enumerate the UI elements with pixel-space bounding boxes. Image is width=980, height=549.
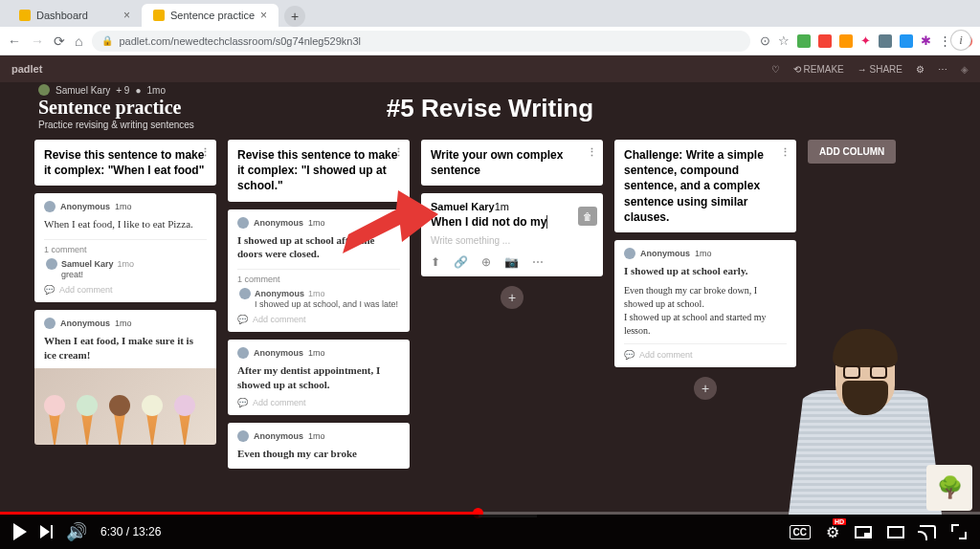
comments-count[interactable]: 1 comment bbox=[237, 269, 400, 284]
more-icon[interactable]: ⋯ bbox=[938, 64, 947, 75]
link-icon[interactable]: 🔗 bbox=[454, 255, 468, 269]
author-name: Anonymous bbox=[254, 218, 303, 228]
post-card[interactable]: Anonymous1mo Even though my car broke bbox=[228, 423, 410, 469]
add-post-button[interactable]: + bbox=[501, 286, 523, 309]
menu-icon[interactable]: ⊙ bbox=[760, 33, 770, 48]
share-button[interactable]: → SHARE bbox=[858, 64, 902, 75]
board-title-area: Samuel Kary + 9 ● 1mo Sentence practice … bbox=[0, 82, 980, 136]
post-composer[interactable]: Samuel Kary1m 🗑 When I did not do my Wri… bbox=[421, 193, 603, 276]
add-comment-input[interactable]: 💬Add comment bbox=[624, 343, 787, 360]
remake-button[interactable]: ⟲ REMAKE bbox=[793, 64, 844, 75]
new-tab-button[interactable]: + bbox=[284, 6, 305, 27]
tab-title: Sentence practice bbox=[170, 10, 255, 21]
forward-icon[interactable]: → bbox=[31, 33, 44, 49]
extension-icon[interactable] bbox=[818, 34, 832, 48]
heart-icon[interactable]: ♡ bbox=[771, 64, 780, 75]
browser-toolbar: ← → ⟳ ⌂ 🔒 padlet.com/newedtechclassroom/… bbox=[0, 27, 980, 55]
next-button[interactable] bbox=[40, 525, 53, 538]
info-icon[interactable]: i bbox=[951, 31, 970, 50]
theater-button[interactable] bbox=[887, 526, 904, 538]
extension-icon[interactable] bbox=[839, 34, 853, 48]
video-controls: 🔊 6:30 / 13:26 CC ⚙HD bbox=[0, 515, 980, 549]
tab-dashboard[interactable]: Dashboard× bbox=[8, 4, 142, 27]
more-icon[interactable]: ⋯ bbox=[532, 255, 544, 269]
tab-sentence-practice[interactable]: Sentence practice× bbox=[142, 4, 278, 27]
time-ago: 1m bbox=[495, 201, 509, 212]
extension-icon[interactable] bbox=[879, 34, 892, 48]
fullscreen-button[interactable] bbox=[951, 524, 967, 539]
search-icon[interactable]: ⊕ bbox=[481, 255, 491, 269]
more-icon[interactable]: ⋮ bbox=[200, 145, 211, 160]
column-header[interactable]: Revise this sentence to make it complex:… bbox=[34, 140, 216, 186]
reload-icon[interactable]: ⟳ bbox=[54, 33, 65, 49]
avatar bbox=[237, 217, 249, 229]
column-header[interactable]: Challenge: Write a simple sentence, comp… bbox=[614, 140, 796, 232]
add-post-button[interactable]: + bbox=[694, 377, 717, 400]
composer-body-input[interactable]: Write something ... bbox=[431, 235, 593, 246]
more-icon[interactable]: ⋮ bbox=[780, 145, 791, 160]
add-comment-input[interactable]: 💬Add comment bbox=[237, 315, 400, 324]
presenter-video bbox=[789, 314, 942, 515]
miniplayer-button[interactable] bbox=[855, 526, 872, 538]
post-card[interactable]: Anonymous1mo When I eat food, I like to … bbox=[34, 193, 216, 302]
camera-icon[interactable]: 📷 bbox=[504, 255, 519, 269]
add-column-button[interactable]: ADD COLUMN bbox=[808, 140, 896, 164]
delete-button[interactable]: 🗑 bbox=[578, 207, 597, 226]
cast-button[interactable] bbox=[920, 525, 936, 538]
help-icon[interactable]: ◈ bbox=[961, 64, 969, 75]
volume-button[interactable]: 🔊 bbox=[66, 521, 87, 542]
author-name: Anonymous bbox=[255, 289, 304, 298]
post-image bbox=[34, 368, 216, 445]
avatar bbox=[239, 288, 251, 299]
browser-tab-strip: Dashboard× Sentence practice× + bbox=[0, 0, 980, 27]
comment: Samuel Kary 1mo great! bbox=[44, 258, 207, 279]
home-icon[interactable]: ⌂ bbox=[75, 33, 82, 49]
comments-count[interactable]: 1 comment bbox=[44, 239, 207, 254]
comment-icon: 💬 bbox=[624, 350, 635, 360]
tab-title: Dashboard bbox=[36, 10, 88, 21]
gear-icon[interactable]: ⚙ bbox=[916, 64, 924, 75]
more-icon[interactable]: ⋮ bbox=[587, 145, 597, 160]
dot-separator: ● bbox=[135, 85, 141, 96]
column-header[interactable]: Revise this sentence to make it complex:… bbox=[228, 140, 410, 202]
post-card[interactable]: Anonymous1mo I showed up at school early… bbox=[614, 240, 796, 367]
padlet-logo[interactable]: padlet bbox=[11, 63, 42, 75]
tab-favicon bbox=[153, 10, 165, 21]
more-icon[interactable]: ⋮ bbox=[939, 33, 951, 48]
author-name[interactable]: Samuel Kary bbox=[56, 85, 110, 96]
avatar bbox=[624, 248, 635, 259]
comment-text: I showed up at school, and I was late! bbox=[239, 299, 400, 309]
extension-icon[interactable]: ✱ bbox=[921, 33, 931, 48]
settings-button[interactable]: ⚙HD bbox=[826, 523, 839, 541]
star-icon[interactable]: ☆ bbox=[778, 33, 790, 48]
time-ago: 1mo bbox=[115, 318, 132, 328]
close-icon[interactable]: × bbox=[260, 9, 267, 22]
address-bar[interactable]: 🔒 padlet.com/newedtechclassroom/s0g74nle… bbox=[92, 31, 750, 52]
post-body: When I eat food, I make sure it is ice c… bbox=[44, 334, 207, 362]
extension-icon[interactable] bbox=[900, 34, 913, 48]
author-name: Anonymous bbox=[254, 431, 303, 441]
extension-icon[interactable] bbox=[797, 34, 811, 48]
back-icon[interactable]: ← bbox=[8, 33, 21, 49]
post-card[interactable]: Anonymous1mo I showed up at school after… bbox=[228, 209, 410, 333]
post-body: Even though my car broke bbox=[237, 447, 400, 461]
column: Write your own complex sentence⋮ Samuel … bbox=[421, 140, 603, 311]
add-comment-input[interactable]: 💬Add comment bbox=[44, 285, 207, 295]
more-icon[interactable]: ⋮ bbox=[393, 145, 404, 160]
column-header[interactable]: Write your own complex sentence⋮ bbox=[421, 140, 603, 186]
avatar bbox=[46, 258, 57, 270]
captions-button[interactable]: CC bbox=[790, 525, 811, 539]
post-card[interactable]: Anonymous1mo When I eat food, I make sur… bbox=[34, 310, 216, 437]
post-card[interactable]: Anonymous1mo After my dentist appointmen… bbox=[228, 340, 410, 415]
comment-icon: 💬 bbox=[237, 315, 248, 324]
column: Revise this sentence to make it complex:… bbox=[228, 140, 410, 469]
extension-icon[interactable]: ✦ bbox=[860, 33, 871, 48]
upload-icon[interactable]: ⬆ bbox=[431, 255, 440, 269]
play-button[interactable] bbox=[13, 523, 27, 540]
time-ago: 1mo bbox=[308, 348, 325, 358]
add-comment-input[interactable]: 💬Add comment bbox=[237, 398, 400, 407]
time-ago: 1mo bbox=[146, 85, 165, 96]
composer-title-input[interactable]: When I did not do my bbox=[431, 215, 593, 230]
close-icon[interactable]: × bbox=[123, 9, 130, 22]
time-ago: 1mo bbox=[308, 289, 325, 298]
